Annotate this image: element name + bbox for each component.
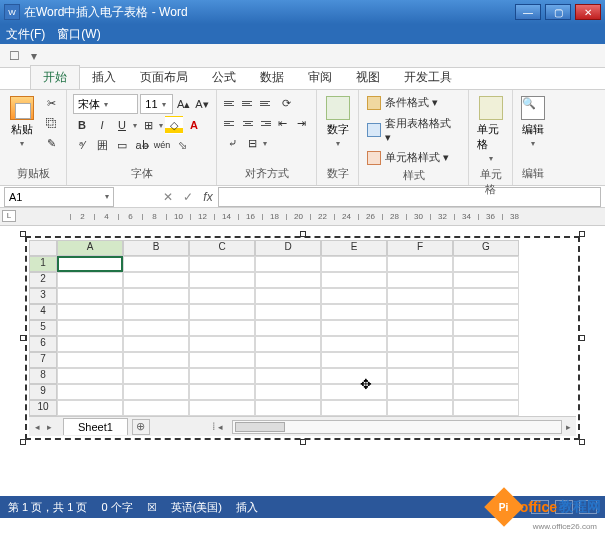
cell[interactable] <box>453 272 519 288</box>
enter-formula-button[interactable]: ✓ <box>178 187 198 207</box>
cell[interactable] <box>321 320 387 336</box>
scrollbar-thumb[interactable] <box>235 422 285 432</box>
cell[interactable] <box>387 400 453 416</box>
close-button[interactable]: ✕ <box>575 4 601 20</box>
format-as-table-button[interactable]: 套用表格格式 ▾ <box>365 115 462 145</box>
conditional-format-button[interactable]: 条件格式 ▾ <box>365 94 462 111</box>
document-area[interactable]: ABCDEFG12345678910 ◂ ▸ Sheet1 ⊕ ⁞ ◂ ▸ ✥ <box>0 226 605 496</box>
cell[interactable] <box>57 352 123 368</box>
cell[interactable] <box>453 256 519 272</box>
cell[interactable] <box>321 400 387 416</box>
cell[interactable] <box>255 320 321 336</box>
cell[interactable] <box>189 400 255 416</box>
cell[interactable] <box>453 336 519 352</box>
column-header[interactable]: F <box>387 240 453 256</box>
formula-input[interactable] <box>218 187 601 207</box>
status-language[interactable]: 英语(美国) <box>171 500 222 515</box>
cell[interactable] <box>387 320 453 336</box>
font-dialog-launcher[interactable]: ⬂ <box>173 136 191 154</box>
row-header[interactable]: 4 <box>29 304 57 320</box>
menu-file[interactable]: 文件(F) <box>6 26 45 43</box>
horizontal-ruler[interactable]: L 2468101214161820222426283032343638 <box>0 208 605 226</box>
hscroll-left[interactable]: ◂ <box>218 422 228 432</box>
column-header[interactable]: A <box>57 240 123 256</box>
furigana-button[interactable]: ᵃ⁄ <box>73 136 91 154</box>
cancel-formula-button[interactable]: ✕ <box>158 187 178 207</box>
cell[interactable] <box>453 288 519 304</box>
cell[interactable] <box>387 304 453 320</box>
cell[interactable] <box>255 400 321 416</box>
sheet-nav-prev[interactable]: ◂ <box>35 422 45 432</box>
row-header[interactable]: 6 <box>29 336 57 352</box>
cell[interactable] <box>255 352 321 368</box>
cell[interactable] <box>123 368 189 384</box>
underline-button[interactable]: U <box>113 116 131 134</box>
horizontal-scrollbar[interactable] <box>232 420 562 434</box>
increase-font-button[interactable]: A▴ <box>175 95 191 113</box>
tab-formulas[interactable]: 公式 <box>200 66 248 89</box>
cell[interactable] <box>189 336 255 352</box>
tab-page-layout[interactable]: 页面布局 <box>128 66 200 89</box>
cell[interactable] <box>321 336 387 352</box>
cell-styles-button[interactable]: 单元格样式 ▾ <box>365 149 462 166</box>
tab-data[interactable]: 数据 <box>248 66 296 89</box>
column-header[interactable]: C <box>189 240 255 256</box>
cell[interactable] <box>189 288 255 304</box>
qat-item-1[interactable]: ☐ <box>6 48 22 64</box>
cell[interactable] <box>123 256 189 272</box>
cell[interactable] <box>123 336 189 352</box>
paste-button[interactable]: 粘贴 ▾ <box>6 94 38 164</box>
sheet-grid[interactable]: ABCDEFG12345678910 <box>29 240 576 416</box>
cell[interactable] <box>57 336 123 352</box>
cell[interactable] <box>255 304 321 320</box>
status-word-count[interactable]: 0 个字 <box>101 500 132 515</box>
font-size-dropdown[interactable]: 11▾ <box>140 94 173 114</box>
cell[interactable] <box>387 272 453 288</box>
cell[interactable] <box>321 272 387 288</box>
status-proofing-icon[interactable]: ☒ <box>147 501 157 514</box>
cell[interactable] <box>453 400 519 416</box>
cell[interactable] <box>189 256 255 272</box>
column-header[interactable]: B <box>123 240 189 256</box>
row-header[interactable]: 5 <box>29 320 57 336</box>
cell[interactable] <box>453 320 519 336</box>
number-format-button[interactable]: 数字 ▾ <box>323 94 352 164</box>
align-center-button[interactable] <box>240 116 255 130</box>
name-box[interactable]: A1▾ <box>4 187 114 207</box>
font-family-dropdown[interactable]: 宋体▾ <box>73 94 138 114</box>
increase-indent-button[interactable]: ⇥ <box>293 114 310 132</box>
sheet-tab-1[interactable]: Sheet1 <box>63 418 128 435</box>
minimize-button[interactable]: — <box>515 4 541 20</box>
format-painter-button[interactable]: ✎ <box>42 134 60 152</box>
cell[interactable] <box>57 384 123 400</box>
char-border-button[interactable]: ▭ <box>113 136 131 154</box>
qat-dropdown[interactable]: ▾ <box>26 48 42 64</box>
italic-button[interactable]: I <box>93 116 111 134</box>
cell[interactable] <box>57 256 123 272</box>
cell[interactable] <box>189 384 255 400</box>
cell[interactable] <box>123 272 189 288</box>
cell[interactable] <box>57 368 123 384</box>
cell[interactable] <box>453 352 519 368</box>
embedded-spreadsheet-object[interactable]: ABCDEFG12345678910 ◂ ▸ Sheet1 ⊕ ⁞ ◂ ▸ <box>25 236 580 440</box>
align-right-button[interactable] <box>257 116 272 130</box>
row-header[interactable]: 8 <box>29 368 57 384</box>
fill-color-button[interactable]: ◇ <box>165 116 183 134</box>
align-middle-button[interactable] <box>241 96 257 110</box>
column-header[interactable]: D <box>255 240 321 256</box>
tab-developer[interactable]: 开发工具 <box>392 66 464 89</box>
cell[interactable] <box>57 320 123 336</box>
cell[interactable] <box>189 320 255 336</box>
cell[interactable] <box>189 304 255 320</box>
status-insert-mode[interactable]: 插入 <box>236 500 258 515</box>
phonetic-button[interactable]: wén <box>153 136 171 154</box>
cell[interactable] <box>123 288 189 304</box>
enclose-button[interactable]: 囲 <box>93 136 111 154</box>
align-top-button[interactable] <box>223 96 239 110</box>
cell[interactable] <box>123 320 189 336</box>
cell[interactable] <box>453 384 519 400</box>
cell[interactable] <box>321 256 387 272</box>
row-header[interactable]: 2 <box>29 272 57 288</box>
cell[interactable] <box>255 384 321 400</box>
cell[interactable] <box>321 304 387 320</box>
